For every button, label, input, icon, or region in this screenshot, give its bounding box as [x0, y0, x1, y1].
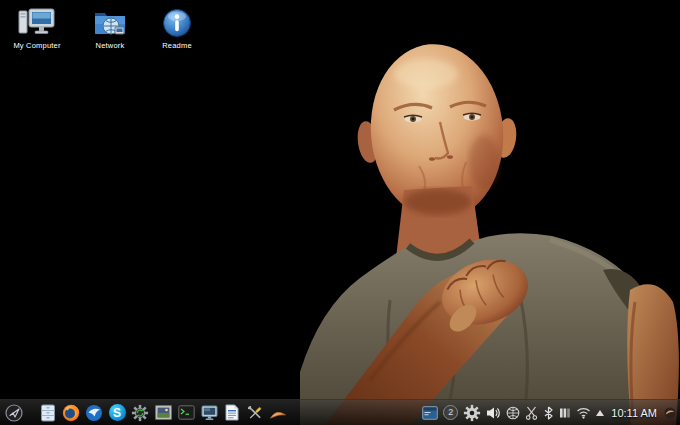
info-icon — [162, 5, 192, 38]
skype-icon: S — [109, 404, 126, 421]
desktop-icon-network[interactable]: Network — [78, 5, 142, 50]
file-manager-icon — [40, 404, 56, 422]
terminal-window-tray-icon[interactable] — [422, 402, 438, 424]
orange-crescent-icon — [269, 404, 288, 422]
clipboard-scissors-icon[interactable] — [525, 402, 538, 424]
launcher-system-tools[interactable] — [245, 402, 265, 424]
launcher-skype[interactable]: S — [107, 402, 127, 424]
desktop-icon-label: Network — [96, 41, 125, 50]
launcher-orange-crescent-app[interactable] — [268, 402, 288, 424]
expand-arrow-icon[interactable] — [596, 402, 604, 424]
launcher-display-settings[interactable] — [199, 402, 219, 424]
wifi-icon[interactable] — [576, 402, 591, 424]
launcher-area: S — [4, 402, 288, 424]
desktop-icon-label: Readme — [162, 41, 192, 50]
launcher-word-processor[interactable] — [222, 402, 242, 424]
launcher-terminal[interactable] — [176, 402, 196, 424]
desktop: My Computer Network — [0, 0, 680, 425]
computer-icon — [18, 5, 56, 38]
desktop-icon-readme[interactable]: Readme — [148, 5, 206, 50]
launcher-screenshot-viewer[interactable] — [153, 402, 173, 424]
launcher-distro-menu[interactable] — [4, 402, 24, 424]
taskbar-panel: S — [0, 399, 680, 425]
launcher-package-manager[interactable] — [130, 402, 150, 424]
display-icon — [201, 405, 218, 421]
launcher-thunderbird[interactable] — [84, 402, 104, 424]
wallpaper-portrait — [300, 40, 680, 425]
desktop-icon-my-computer[interactable]: My Computer — [4, 5, 70, 50]
launcher-file-manager[interactable] — [38, 402, 58, 424]
firefox-icon — [62, 404, 80, 422]
system-tray: 2 — [422, 402, 676, 424]
thunderbird-icon — [85, 404, 103, 422]
corner-crescent-icon[interactable] — [664, 402, 676, 424]
word-processor-icon — [225, 404, 239, 421]
update-count: 2 — [448, 408, 453, 417]
network-globe-icon[interactable] — [506, 402, 520, 424]
settings-gear-icon[interactable] — [463, 402, 481, 424]
launcher-firefox[interactable] — [61, 402, 81, 424]
terminal-icon — [178, 405, 195, 420]
package-manager-icon — [131, 404, 149, 422]
volume-icon[interactable] — [486, 402, 501, 424]
battery-meter-icon[interactable] — [559, 402, 571, 424]
screenshot-icon — [155, 405, 172, 420]
update-notifier-icon[interactable]: 2 — [443, 405, 458, 420]
system-tools-icon — [246, 404, 264, 422]
clock[interactable]: 10:11 AM — [609, 407, 659, 419]
skype-glyph: S — [113, 407, 121, 419]
desktop-icon-label: My Computer — [13, 41, 60, 50]
distro-menu-icon — [5, 404, 23, 422]
network-folder-icon — [93, 5, 127, 38]
bluetooth-icon[interactable] — [543, 402, 554, 424]
